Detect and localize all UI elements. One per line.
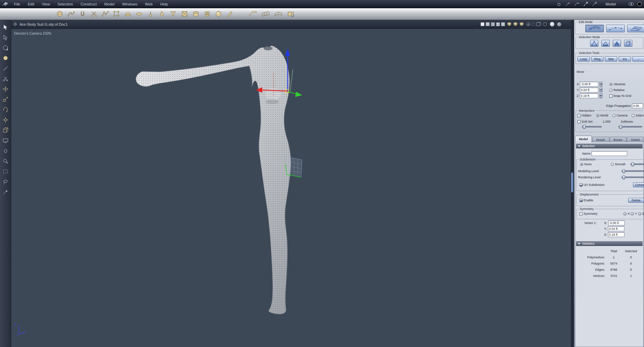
menu-edit[interactable]: Edit [24,0,38,8]
display-solid-icon[interactable] [481,22,484,26]
bounding-box-icon[interactable] [537,22,540,26]
stack-icon[interactable] [203,10,211,18]
menu-help[interactable]: Help [157,0,172,8]
splitter-handle[interactable] [571,172,573,192]
select-arrow-icon[interactable] [2,23,9,31]
display-grid-icon[interactable] [491,22,495,26]
axis-circle-icon[interactable] [526,22,530,26]
gray-sphere-icon[interactable] [557,22,561,26]
boxed-x-icon[interactable] [180,10,189,18]
rendering-level-slider[interactable] [621,177,644,178]
droplet-icon[interactable] [158,10,166,18]
pin-icon[interactable] [146,10,155,18]
funnel-icon[interactable] [169,10,177,18]
name-input[interactable] [591,151,627,156]
cylinder-icon[interactable] [192,10,200,18]
selection-section-header[interactable]: Selection [576,144,643,148]
tab-global[interactable]: Global [627,137,644,142]
move-z-input[interactable] [580,93,598,98]
tab-model[interactable]: Model [575,136,592,142]
menu-view[interactable]: View [38,0,54,8]
disc-icon[interactable] [135,10,143,18]
vertex-z-input[interactable] [608,232,624,237]
camera-radio[interactable] [612,114,616,117]
dashed-circle-icon[interactable] [531,22,535,26]
vertex-x-input[interactable] [608,221,625,225]
move-z-spinner[interactable] [599,93,602,98]
pen-tool-3-icon[interactable] [583,2,588,7]
selection-tool-loop[interactable]: Loop [577,56,590,61]
softness-slider[interactable] [618,126,642,127]
knife-tool-icon[interactable] [2,188,9,196]
edit-mode-wire-button[interactable] [606,25,625,32]
statistics-section-header[interactable]: Statistics [576,241,643,246]
measure-line-icon[interactable] [2,65,9,72]
marquee-select-icon[interactable] [2,168,9,175]
polyline-icon[interactable] [101,10,110,18]
dome-icon[interactable] [124,10,132,18]
menu-construct[interactable]: Construct [77,0,101,8]
display-mixed-icon[interactable] [501,22,505,26]
circle-outline-icon[interactable] [543,22,547,26]
pencil-icon[interactable] [226,10,234,18]
sphere-primitive-icon[interactable] [56,10,64,18]
box-tool-icon[interactable] [2,126,9,134]
move-x-spinner[interactable] [599,82,602,87]
select-faces-button[interactable] [613,40,621,47]
pan-hand-icon[interactable] [2,147,9,155]
manipulator-tool-icon[interactable] [2,116,9,124]
select-points-button[interactable] [590,40,598,47]
move-y-spinner[interactable] [599,88,602,92]
clip-tool-icon[interactable] [78,10,87,18]
selection-tool-inv[interactable]: Inv [619,56,631,61]
smooth-slider[interactable] [630,164,644,165]
convert-button[interactable]: Convert [633,182,644,187]
render-sphere-icon[interactable] [637,2,642,7]
paint-sphere-icon[interactable] [2,54,9,62]
menu-web[interactable]: Web [141,0,156,8]
move-x-input[interactable] [580,82,598,87]
symmetry-z-radio[interactable] [638,212,641,215]
relative-radio[interactable] [609,89,612,92]
pick-surface-icon[interactable] [287,10,295,18]
vertex-y-input[interactable] [608,226,624,231]
grab-hand-icon[interactable] [556,2,562,7]
select-object-button[interactable] [624,40,632,47]
selection-tool-btw[interactable]: Btw [605,56,617,61]
loft-surface-icon[interactable] [274,10,283,18]
vertex-box-icon[interactable] [112,10,121,18]
orbit-rotate-icon[interactable] [2,44,9,52]
soft-sel-slider[interactable] [582,126,602,127]
scissors-icon[interactable] [90,10,98,18]
display-dense-grid-icon[interactable] [496,22,500,26]
uv-subdivision-checkbox[interactable] [579,183,583,187]
eye-icon[interactable] [628,2,634,7]
viewport-canvas[interactable]: Director's Camera 100% z [11,29,571,347]
edit-mode-uv-button[interactable] [627,25,644,32]
selection-tool-dash[interactable]: - [632,56,644,61]
scale-tool-icon[interactable] [2,96,9,103]
lasso-select-icon[interactable] [2,178,9,186]
menu-selection[interactable]: Selection [54,0,77,8]
tab-bones[interactable]: Bones [610,137,626,142]
delete-button[interactable]: Delete [628,198,644,203]
symmetry-x-radio[interactable] [623,212,626,215]
pen-tool-1-icon[interactable] [565,2,571,7]
move-y-input[interactable] [580,88,598,92]
ruled-surface-icon[interactable] [261,10,270,18]
pen-tool-4-icon[interactable] [592,2,597,7]
hidden-checkbox[interactable] [577,114,580,117]
symmetry-checkbox[interactable] [579,212,583,215]
edit-mode-surface-button[interactable] [585,25,604,32]
panel-splitter[interactable] [571,20,574,347]
shaded-sphere-icon[interactable] [550,22,554,26]
displacement-enable-checkbox[interactable] [579,199,583,202]
absolute-radio[interactable] [609,83,612,86]
subdivision-none-radio[interactable] [580,163,583,166]
symmetry-y-radio[interactable] [631,212,634,215]
cut-scissors-icon[interactable] [2,75,9,82]
shield-wire-icon[interactable] [520,22,524,26]
direct-select-icon[interactable] [2,34,9,41]
camera-view-icon[interactable] [2,137,9,144]
pen-tool-2-icon[interactable] [574,2,579,7]
